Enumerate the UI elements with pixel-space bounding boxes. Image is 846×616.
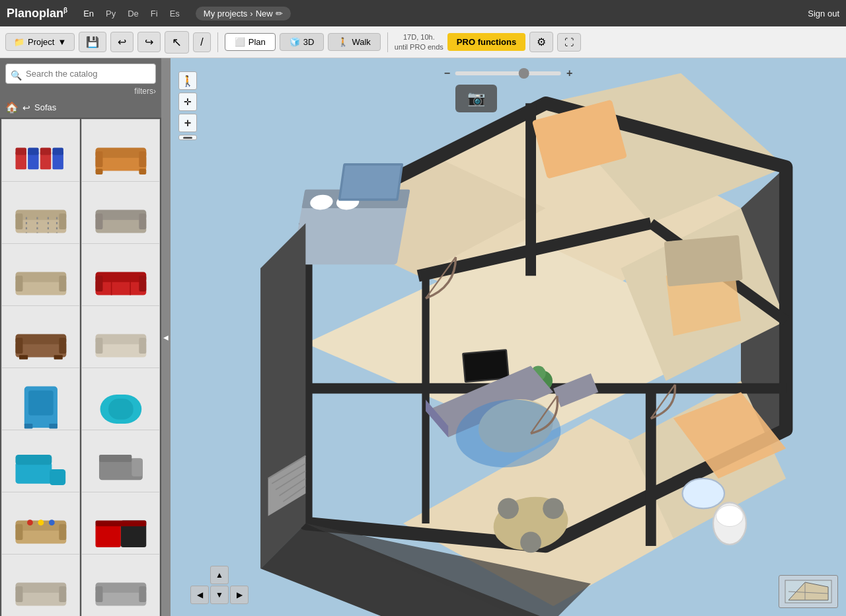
fullscreen-icon: ⛶: [564, 37, 574, 48]
svg-rect-45: [139, 338, 146, 354]
measure-icon: /: [200, 36, 203, 48]
svg-rect-69: [15, 582, 66, 592]
undo-button[interactable]: ↩: [110, 32, 134, 52]
my-projects-link[interactable]: My projects: [204, 9, 247, 19]
mini-map-svg: [782, 577, 835, 606]
sidebar-collapse-handle[interactable]: ◀: [161, 58, 171, 616]
svg-rect-44: [95, 338, 102, 354]
category-label: Sofas: [34, 102, 56, 112]
toolbar: 📁 Project ▼ 💾 ↩ ↪ ↖ / ⬜ Plan 🧊 3D 🚶 Walk…: [0, 26, 846, 58]
svg-rect-54: [15, 455, 52, 465]
svg-rect-43: [95, 334, 146, 344]
search-input[interactable]: [5, 63, 156, 84]
svg-point-116: [520, 532, 541, 553]
svg-rect-73: [95, 582, 146, 592]
svg-rect-17: [59, 213, 66, 229]
zoom-out-button[interactable]: [178, 135, 197, 140]
svg-rect-29: [59, 276, 66, 291]
sofa-thumbnail-9: [12, 378, 70, 436]
brightness-thumb[interactable]: [519, 68, 529, 79]
svg-rect-117: [664, 235, 743, 287]
svg-rect-47: [28, 390, 54, 415]
settings-button[interactable]: ⚙: [529, 32, 553, 52]
save-icon: 💾: [86, 36, 99, 48]
person-view-button[interactable]: 🚶: [178, 71, 197, 90]
svg-rect-6: [40, 147, 50, 155]
brightness-slider: − +: [444, 67, 573, 79]
svg-marker-123: [260, 223, 305, 568]
brightness-track[interactable]: [455, 71, 561, 75]
lang-en[interactable]: En: [81, 7, 96, 20]
canvas-area[interactable]: − + 📷 🚶 ✛ +: [171, 58, 846, 616]
zoom-controls: 🚶 ✛ +: [178, 71, 197, 140]
home-icon[interactable]: 🏠: [5, 101, 19, 114]
svg-rect-49: [49, 424, 58, 429]
view3d-button[interactable]: 🧊 3D: [280, 33, 325, 51]
plan-view-button[interactable]: ⬜ Plan: [225, 33, 276, 51]
sofa-thumbnail-4: [92, 192, 150, 250]
walk-icon: 🚶: [338, 37, 348, 47]
svg-rect-56: [132, 458, 142, 476]
catalog-item-16[interactable]: [81, 554, 160, 616]
project-button[interactable]: 📁 Project ▼: [5, 33, 75, 51]
sofa-thumbnail-5: [12, 254, 70, 312]
svg-rect-25: [139, 213, 146, 229]
catalog-item-15[interactable]: [1, 554, 80, 616]
svg-rect-52: [15, 462, 52, 484]
save-button[interactable]: 💾: [79, 32, 106, 52]
svg-rect-5: [28, 147, 38, 155]
svg-rect-74: [95, 586, 102, 602]
svg-point-64: [49, 520, 55, 525]
dropdown-arrow-icon: ▼: [58, 37, 66, 47]
filters-bar[interactable]: filters›: [0, 87, 161, 98]
plan-label: Plan: [249, 37, 266, 47]
lang-es[interactable]: Es: [167, 7, 182, 20]
measure-button[interactable]: /: [193, 32, 210, 52]
project-breadcrumb[interactable]: My projects › New ✏: [196, 7, 291, 20]
sign-out-button[interactable]: Sign out: [808, 9, 839, 19]
3d-label: 3D: [303, 37, 315, 47]
folder-icon: 📁: [14, 37, 24, 47]
edit-icon[interactable]: ✏: [276, 9, 283, 19]
svg-rect-23: [95, 210, 146, 219]
walk-button[interactable]: 🚶 Walk: [328, 33, 380, 51]
pro-functions-button[interactable]: PRO functions: [447, 33, 525, 51]
svg-rect-57: [99, 455, 132, 462]
svg-rect-15: [15, 210, 66, 219]
lang-de[interactable]: De: [125, 7, 141, 20]
zoom-in-button[interactable]: +: [178, 114, 197, 132]
sofa-thumbnail-6: [92, 254, 150, 312]
select-button[interactable]: ↖: [165, 31, 189, 54]
nav-up-button-area: [190, 566, 209, 584]
fullscreen-button[interactable]: ⛶: [557, 33, 581, 52]
nav-left-button[interactable]: ◀: [190, 586, 209, 604]
redo-button[interactable]: ↪: [137, 32, 161, 52]
lang-fi[interactable]: Fi: [148, 7, 161, 20]
crosshair-button[interactable]: ✛: [178, 93, 197, 111]
nav-right-button[interactable]: ▶: [230, 586, 249, 604]
sofa-thumbnail-16: [92, 564, 150, 616]
nav-down-button[interactable]: ▼: [210, 586, 229, 604]
svg-rect-28: [15, 276, 22, 291]
sofa-thumbnail-1: [12, 130, 70, 188]
svg-rect-75: [139, 586, 146, 602]
pro-timer-line2: until PRO ends: [395, 42, 443, 52]
pro-timer-line1: 17D, 10h.: [395, 32, 443, 42]
brightness-plus-icon[interactable]: +: [566, 67, 572, 79]
svg-rect-48: [24, 424, 32, 429]
brightness-minus-icon[interactable]: −: [444, 67, 450, 79]
toolbar-separator-2: [387, 32, 388, 52]
sofa-thumbnail-2: [92, 130, 150, 188]
undo-icon: ↩: [118, 36, 126, 48]
filters-label[interactable]: filters›: [134, 87, 156, 96]
camera-button[interactable]: 📷: [455, 85, 497, 112]
lang-ru[interactable]: Ру: [103, 7, 118, 20]
back-icon[interactable]: ↩: [22, 102, 30, 113]
sofa-thumbnail-10: [92, 378, 150, 436]
sofa-thumbnail-7: [12, 316, 70, 374]
svg-rect-40: [19, 355, 28, 360]
catalog-grid: [0, 118, 161, 616]
mini-map[interactable]: [779, 575, 838, 608]
nav-up-button[interactable]: ▲: [210, 566, 229, 584]
svg-point-120: [716, 506, 744, 527]
